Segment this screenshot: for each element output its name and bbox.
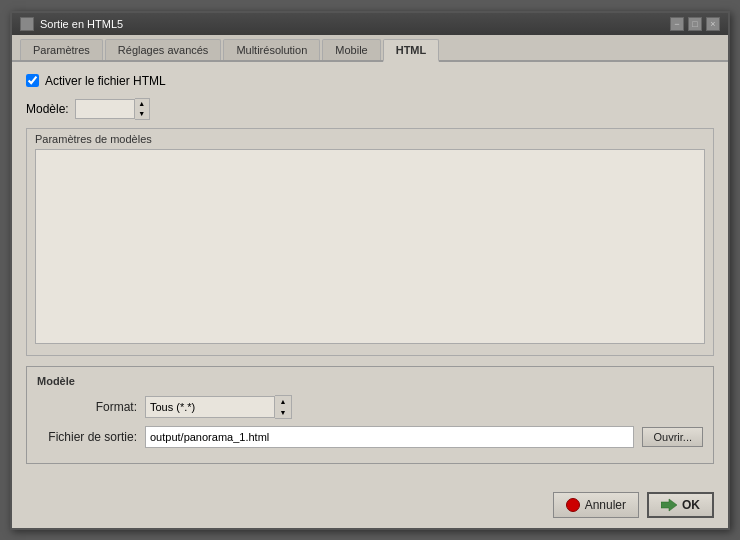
ouvrir-button[interactable]: Ouvrir... <box>642 427 703 447</box>
format-down-button[interactable]: ▼ <box>275 407 291 418</box>
maximize-button[interactable]: □ <box>688 17 702 31</box>
format-up-button[interactable]: ▲ <box>275 396 291 407</box>
bottom-modele-title: Modèle <box>37 375 703 387</box>
fichier-row: Fichier de sortie: Ouvrir... <box>37 426 703 448</box>
format-select-container: Tous (*.*) HTML (*.html) HTM (*.htm) ▲ ▼ <box>145 395 292 419</box>
modele-up-button[interactable]: ▲ <box>135 99 149 109</box>
activate-row: Activer le fichier HTML <box>26 74 714 88</box>
format-select[interactable]: Tous (*.*) HTML (*.html) HTM (*.htm) <box>145 396 275 418</box>
window-title: Sortie en HTML5 <box>40 18 123 30</box>
modele-down-button[interactable]: ▼ <box>135 109 149 119</box>
title-bar-buttons: − □ × <box>670 17 720 31</box>
ok-button[interactable]: OK <box>647 492 714 518</box>
tab-content: Activer le fichier HTML Modèle: ▲ ▼ Para… <box>12 62 728 486</box>
fichier-input[interactable] <box>145 426 634 448</box>
modele-spinner-buttons: ▲ ▼ <box>135 98 150 120</box>
title-bar: Sortie en HTML5 − □ × <box>12 13 728 35</box>
svg-marker-0 <box>661 499 677 511</box>
minimize-button[interactable]: − <box>670 17 684 31</box>
close-button[interactable]: × <box>706 17 720 31</box>
ok-label: OK <box>682 498 700 512</box>
format-row: Format: Tous (*.*) HTML (*.html) HTM (*.… <box>37 395 703 419</box>
activate-label: Activer le fichier HTML <box>45 74 166 88</box>
modele-label: Modèle: <box>26 102 69 116</box>
tab-multiresolution[interactable]: Multirésolution <box>223 39 320 60</box>
parametres-modeles-group: Paramètres de modèles <box>26 128 714 356</box>
fichier-label: Fichier de sortie: <box>37 430 137 444</box>
window-icon <box>20 17 34 31</box>
tab-parametres[interactable]: Paramètres <box>20 39 103 60</box>
tabs-bar: Paramètres Réglages avancés Multirésolut… <box>12 35 728 62</box>
cancel-button[interactable]: Annuler <box>553 492 639 518</box>
cancel-icon <box>566 498 580 512</box>
modele-spinner: ▲ ▼ <box>75 98 150 120</box>
cancel-label: Annuler <box>585 498 626 512</box>
activate-checkbox[interactable] <box>26 74 39 87</box>
footer: Annuler OK <box>12 486 728 528</box>
tab-mobile[interactable]: Mobile <box>322 39 380 60</box>
ok-icon <box>661 498 677 512</box>
modele-row: Modèle: ▲ ▼ <box>26 98 714 120</box>
parametres-modeles-title: Paramètres de modèles <box>35 133 705 145</box>
format-spinner-buttons: ▲ ▼ <box>275 395 292 419</box>
title-bar-left: Sortie en HTML5 <box>20 17 123 31</box>
bottom-modele-group: Modèle Format: Tous (*.*) HTML (*.html) … <box>26 366 714 464</box>
tab-reglages[interactable]: Réglages avancés <box>105 39 222 60</box>
tab-html[interactable]: HTML <box>383 39 440 62</box>
format-label: Format: <box>37 400 137 414</box>
main-window: Sortie en HTML5 − □ × Paramètres Réglage… <box>10 11 730 530</box>
modele-input[interactable] <box>75 99 135 119</box>
template-textarea[interactable] <box>35 149 705 344</box>
